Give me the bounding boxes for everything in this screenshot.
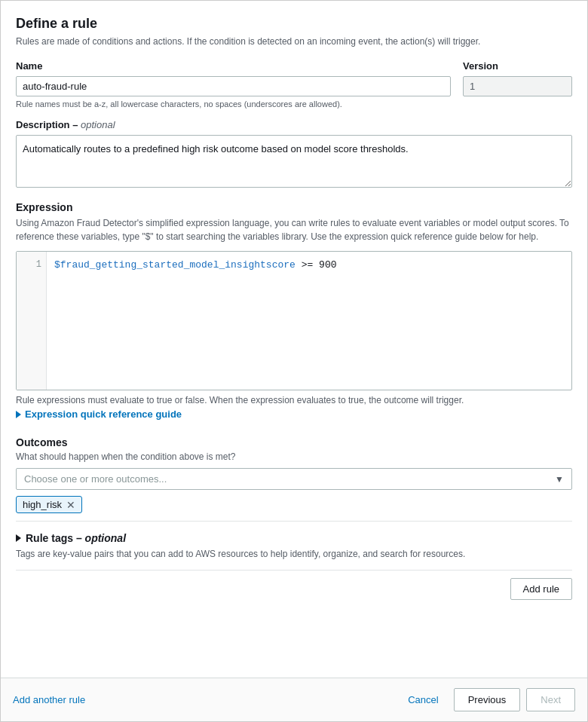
expression-heading: Expression xyxy=(16,201,572,213)
outcomes-heading: Outcomes xyxy=(16,436,572,448)
expression-number: 900 xyxy=(319,259,336,271)
version-input xyxy=(463,76,572,96)
outcome-tag-label: high_risk xyxy=(23,499,62,510)
rule-tags-heading: Rule tags – optional xyxy=(26,532,126,544)
expression-note: Rule expressions must evaluate to true o… xyxy=(16,395,572,405)
outcomes-select[interactable]: Choose one or more outcomes... ▼ xyxy=(16,468,572,490)
expression-subtext: Using Amazon Fraud Detector's simplified… xyxy=(16,216,572,243)
add-another-rule-button[interactable]: Add another rule xyxy=(13,694,85,705)
expression-editor[interactable]: 1 $fraud_getting_started_model_insightsc… xyxy=(16,251,572,390)
description-textarea[interactable]: Automatically routes to a predefined hig… xyxy=(16,135,572,188)
cancel-button[interactable]: Cancel xyxy=(399,690,447,710)
outcome-tag-high-risk[interactable]: high_risk ✕ xyxy=(16,496,82,513)
page-description: Rules are made of conditions and actions… xyxy=(16,36,572,47)
add-rule-button[interactable]: Add rule xyxy=(510,578,572,600)
expression-variable: $fraud_getting_started_model_insightscor… xyxy=(54,259,296,271)
outcomes-dropdown-icon: ▼ xyxy=(555,474,564,485)
page-title: Define a rule xyxy=(16,16,572,32)
description-label: Description – optional xyxy=(16,119,572,130)
outcomes-placeholder: Choose one or more outcomes... xyxy=(24,473,555,485)
outcome-tag-remove-icon[interactable]: ✕ xyxy=(66,500,75,510)
name-label: Name xyxy=(16,60,451,72)
version-label: Version xyxy=(463,60,572,72)
name-input[interactable] xyxy=(16,76,451,96)
expression-content[interactable]: $fraud_getting_started_model_insightscor… xyxy=(47,252,571,390)
footer-right: Cancel Previous Next xyxy=(399,688,575,711)
footer: Add another rule Cancel Previous Next xyxy=(1,678,587,721)
line-numbers: 1 xyxy=(17,252,47,390)
name-hint: Rule names must be a-z, all lowercase ch… xyxy=(16,99,451,109)
rule-tags-toggle[interactable]: Rule tags – optional xyxy=(16,532,572,544)
outcomes-subtext: What should happen when the condition ab… xyxy=(16,451,572,462)
rule-tags-section: Rule tags – optional Tags are key-value … xyxy=(16,521,572,559)
footer-left: Add another rule xyxy=(13,694,399,705)
next-button[interactable]: Next xyxy=(526,688,575,711)
quick-ref-triangle-icon xyxy=(16,411,21,418)
rule-tags-triangle-icon xyxy=(16,534,21,542)
rule-tags-description: Tags are key-value pairs that you can ad… xyxy=(16,549,572,559)
expression-operator: >= xyxy=(296,259,319,271)
quick-ref-label: Expression quick reference guide xyxy=(25,408,182,420)
previous-button[interactable]: Previous xyxy=(454,688,521,711)
quick-ref-toggle[interactable]: Expression quick reference guide xyxy=(16,408,182,420)
outcomes-tag-container: high_risk ✕ xyxy=(16,496,572,513)
